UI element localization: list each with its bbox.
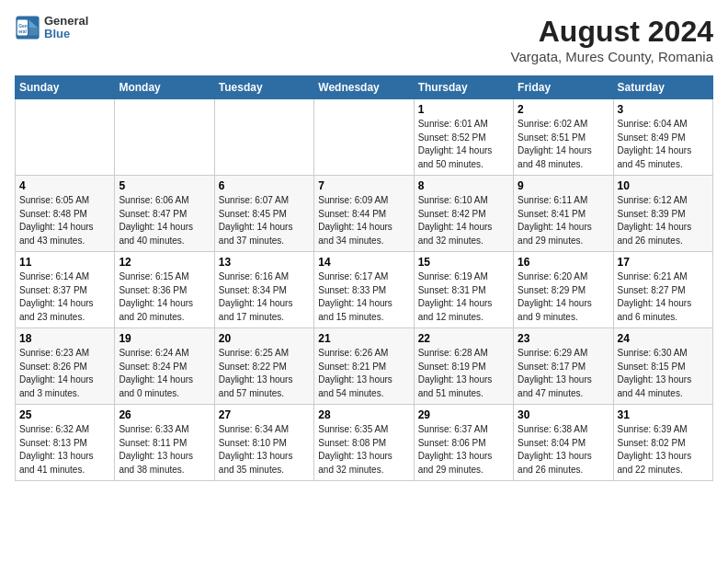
header-cell-wednesday: Wednesday xyxy=(314,76,414,99)
day-info: Sunrise: 6:23 AMSunset: 8:26 PMDaylight:… xyxy=(19,347,110,400)
day-number: 25 xyxy=(19,408,110,421)
calendar-cell: 1Sunrise: 6:01 AMSunset: 8:52 PMDaylight… xyxy=(414,99,513,176)
day-info: Sunrise: 6:04 AMSunset: 8:49 PMDaylight:… xyxy=(618,118,709,171)
day-number: 12 xyxy=(119,256,210,269)
day-info: Sunrise: 6:33 AMSunset: 8:11 PMDaylight:… xyxy=(119,423,210,477)
day-number: 1 xyxy=(418,103,509,116)
day-info: Sunrise: 6:11 AMSunset: 8:41 PMDaylight:… xyxy=(518,194,609,247)
week-row-3: 11Sunrise: 6:14 AMSunset: 8:37 PMDayligh… xyxy=(16,252,713,328)
day-info: Sunrise: 6:07 AMSunset: 8:45 PMDaylight:… xyxy=(219,194,310,247)
calendar-cell: 11Sunrise: 6:14 AMSunset: 8:37 PMDayligh… xyxy=(16,252,115,328)
day-number: 21 xyxy=(318,332,409,345)
svg-marker-2 xyxy=(28,28,38,35)
week-row-1: 1Sunrise: 6:01 AMSunset: 8:52 PMDaylight… xyxy=(16,99,713,176)
calendar-cell: 25Sunrise: 6:32 AMSunset: 8:13 PMDayligh… xyxy=(16,405,115,481)
day-info: Sunrise: 6:24 AMSunset: 8:24 PMDaylight:… xyxy=(119,347,210,400)
calendar-cell: 19Sunrise: 6:24 AMSunset: 8:24 PMDayligh… xyxy=(115,328,214,405)
calendar-cell: 16Sunrise: 6:20 AMSunset: 8:29 PMDayligh… xyxy=(514,252,613,328)
calendar-cell: 13Sunrise: 6:16 AMSunset: 8:34 PMDayligh… xyxy=(214,252,313,328)
calendar-header: SundayMondayTuesdayWednesdayThursdayFrid… xyxy=(16,76,713,99)
day-info: Sunrise: 6:09 AMSunset: 8:44 PMDaylight:… xyxy=(318,194,409,247)
day-info: Sunrise: 6:20 AMSunset: 8:29 PMDaylight:… xyxy=(518,270,609,324)
header-cell-sunday: Sunday xyxy=(16,76,115,99)
day-number: 26 xyxy=(119,408,210,421)
calendar-cell: 8Sunrise: 6:10 AMSunset: 8:42 PMDaylight… xyxy=(414,176,513,252)
day-number: 2 xyxy=(518,103,609,116)
calendar-cell xyxy=(214,99,313,176)
day-number: 13 xyxy=(219,256,310,269)
week-row-5: 25Sunrise: 6:32 AMSunset: 8:13 PMDayligh… xyxy=(16,405,713,481)
day-number: 3 xyxy=(618,103,709,116)
header-cell-monday: Monday xyxy=(115,76,214,99)
day-info: Sunrise: 6:02 AMSunset: 8:51 PMDaylight:… xyxy=(518,118,609,171)
header-cell-friday: Friday xyxy=(514,76,613,99)
header-cell-saturday: Saturday xyxy=(613,76,712,99)
day-info: Sunrise: 6:29 AMSunset: 8:17 PMDaylight:… xyxy=(518,347,609,400)
day-info: Sunrise: 6:06 AMSunset: 8:47 PMDaylight:… xyxy=(119,194,210,247)
day-number: 17 xyxy=(618,256,709,269)
header-row: SundayMondayTuesdayWednesdayThursdayFrid… xyxy=(16,76,713,99)
day-info: Sunrise: 6:38 AMSunset: 8:04 PMDaylight:… xyxy=(518,423,609,477)
calendar-cell: 20Sunrise: 6:25 AMSunset: 8:22 PMDayligh… xyxy=(214,328,313,405)
calendar-cell: 2Sunrise: 6:02 AMSunset: 8:51 PMDaylight… xyxy=(514,99,613,176)
calendar-cell: 10Sunrise: 6:12 AMSunset: 8:39 PMDayligh… xyxy=(613,176,712,252)
calendar-cell: 24Sunrise: 6:30 AMSunset: 8:15 PMDayligh… xyxy=(613,328,712,405)
day-info: Sunrise: 6:26 AMSunset: 8:21 PMDaylight:… xyxy=(318,347,409,400)
day-info: Sunrise: 6:16 AMSunset: 8:34 PMDaylight:… xyxy=(219,270,310,324)
calendar-cell: 6Sunrise: 6:07 AMSunset: 8:45 PMDaylight… xyxy=(214,176,313,252)
day-number: 24 xyxy=(618,332,709,345)
day-info: Sunrise: 6:12 AMSunset: 8:39 PMDaylight:… xyxy=(618,194,709,247)
page-title: August 2024 xyxy=(511,15,713,49)
logo: Gen eral General Blue xyxy=(15,15,88,41)
day-info: Sunrise: 6:01 AMSunset: 8:52 PMDaylight:… xyxy=(418,118,509,171)
calendar-cell: 26Sunrise: 6:33 AMSunset: 8:11 PMDayligh… xyxy=(115,405,214,481)
day-number: 15 xyxy=(418,256,509,269)
calendar-cell: 14Sunrise: 6:17 AMSunset: 8:33 PMDayligh… xyxy=(314,252,414,328)
calendar-table: SundayMondayTuesdayWednesdayThursdayFrid… xyxy=(15,75,713,481)
day-info: Sunrise: 6:28 AMSunset: 8:19 PMDaylight:… xyxy=(418,347,509,400)
week-row-2: 4Sunrise: 6:05 AMSunset: 8:48 PMDaylight… xyxy=(16,176,713,252)
day-number: 27 xyxy=(219,408,310,421)
logo-text: General Blue xyxy=(44,15,88,41)
calendar-cell: 17Sunrise: 6:21 AMSunset: 8:27 PMDayligh… xyxy=(613,252,712,328)
day-info: Sunrise: 6:25 AMSunset: 8:22 PMDaylight:… xyxy=(219,347,310,400)
day-info: Sunrise: 6:14 AMSunset: 8:37 PMDaylight:… xyxy=(19,270,110,324)
svg-text:Gen: Gen xyxy=(18,24,28,29)
calendar-cell xyxy=(16,99,115,176)
day-number: 20 xyxy=(219,332,310,345)
calendar-cell xyxy=(115,99,214,176)
calendar-cell: 3Sunrise: 6:04 AMSunset: 8:49 PMDaylight… xyxy=(613,99,712,176)
calendar-cell: 5Sunrise: 6:06 AMSunset: 8:47 PMDaylight… xyxy=(115,176,214,252)
day-number: 4 xyxy=(19,179,110,192)
day-number: 7 xyxy=(318,179,409,192)
day-info: Sunrise: 6:05 AMSunset: 8:48 PMDaylight:… xyxy=(19,194,110,247)
calendar-cell: 21Sunrise: 6:26 AMSunset: 8:21 PMDayligh… xyxy=(314,328,414,405)
day-info: Sunrise: 6:30 AMSunset: 8:15 PMDaylight:… xyxy=(618,347,709,400)
calendar-cell: 4Sunrise: 6:05 AMSunset: 8:48 PMDaylight… xyxy=(16,176,115,252)
day-number: 10 xyxy=(618,179,709,192)
day-number: 8 xyxy=(418,179,509,192)
day-info: Sunrise: 6:32 AMSunset: 8:13 PMDaylight:… xyxy=(19,423,110,477)
day-info: Sunrise: 6:17 AMSunset: 8:33 PMDaylight:… xyxy=(318,270,409,324)
day-number: 29 xyxy=(418,408,509,421)
day-info: Sunrise: 6:34 AMSunset: 8:10 PMDaylight:… xyxy=(219,423,310,477)
calendar-cell: 15Sunrise: 6:19 AMSunset: 8:31 PMDayligh… xyxy=(414,252,513,328)
day-number: 5 xyxy=(119,179,210,192)
day-number: 14 xyxy=(318,256,409,269)
logo-icon: Gen eral xyxy=(15,15,40,40)
day-number: 28 xyxy=(318,408,409,421)
page-header: Gen eral General Blue August 2024 Vargat… xyxy=(15,15,713,64)
day-number: 11 xyxy=(19,256,110,269)
day-number: 16 xyxy=(518,256,609,269)
calendar-cell xyxy=(314,99,414,176)
page-subtitle: Vargata, Mures County, Romania xyxy=(511,49,713,64)
title-area: August 2024 Vargata, Mures County, Roman… xyxy=(511,15,713,64)
calendar-body: 1Sunrise: 6:01 AMSunset: 8:52 PMDaylight… xyxy=(16,99,713,481)
calendar-cell: 22Sunrise: 6:28 AMSunset: 8:19 PMDayligh… xyxy=(414,328,513,405)
calendar-cell: 30Sunrise: 6:38 AMSunset: 8:04 PMDayligh… xyxy=(514,405,613,481)
calendar-cell: 28Sunrise: 6:35 AMSunset: 8:08 PMDayligh… xyxy=(314,405,414,481)
day-info: Sunrise: 6:37 AMSunset: 8:06 PMDaylight:… xyxy=(418,423,509,477)
calendar-cell: 12Sunrise: 6:15 AMSunset: 8:36 PMDayligh… xyxy=(115,252,214,328)
day-info: Sunrise: 6:39 AMSunset: 8:02 PMDaylight:… xyxy=(618,423,709,477)
calendar-cell: 9Sunrise: 6:11 AMSunset: 8:41 PMDaylight… xyxy=(514,176,613,252)
